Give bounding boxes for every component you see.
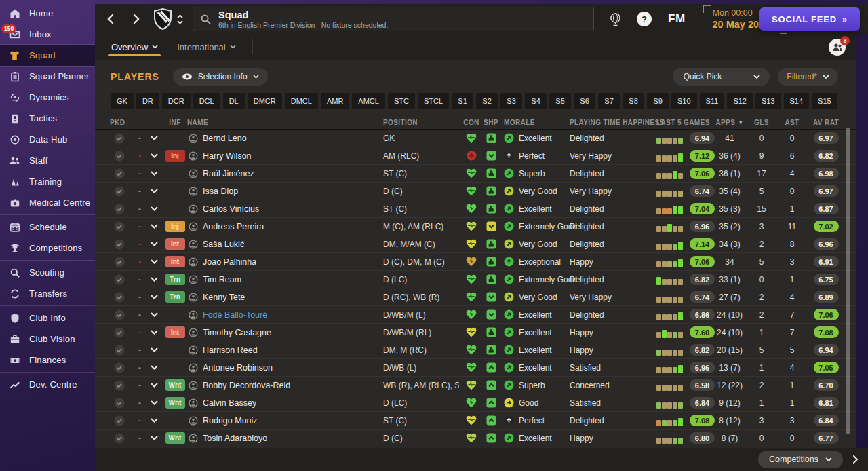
tab-international[interactable]: International [174,34,239,60]
position-filter-stcl[interactable]: STCL [418,93,449,109]
row-actions-dropdown[interactable] [145,330,163,335]
row-actions-dropdown[interactable] [145,365,163,370]
club-switcher[interactable] [177,14,183,24]
picked-checkbox[interactable] [104,257,134,267]
row-actions-dropdown[interactable] [145,418,163,423]
player-name-cell[interactable]: Rodrigo Muniz [187,416,383,426]
player-row[interactable]: -Raúl JiménezST (C)SuperbDelighted7.0636… [95,165,856,183]
picked-checkbox[interactable] [104,186,134,197]
competitions-dropdown[interactable]: Competitions [758,451,843,468]
player-row[interactable]: -Bernd LenoGKExcellentDelighted6.9441006… [95,130,856,147]
position-filter-s5[interactable]: S5 [549,93,571,109]
club-badge[interactable] [153,8,172,30]
position-filter-s7[interactable]: S7 [598,93,620,109]
sidebar-item-squad-planner[interactable]: Squad Planner [0,66,95,87]
col-name[interactable]: NAME [187,119,383,126]
position-filter-s2[interactable]: S2 [476,93,498,109]
row-actions-dropdown[interactable] [145,347,163,352]
player-name-cell[interactable]: Harry Wilson [187,151,383,161]
player-row[interactable]: -IntJoão PalhinhaD (C), DM, M (C)Excepti… [95,253,856,271]
position-filter-s15[interactable]: S15 [812,93,837,109]
row-actions-dropdown[interactable] [145,206,163,211]
row-actions-dropdown[interactable] [145,242,163,246]
position-filter-s10[interactable]: S10 [671,93,697,109]
position-filter-dr[interactable]: DR [136,93,159,109]
sidebar-item-dynamics[interactable]: Dynamics [0,87,95,108]
player-row[interactable]: -Rodrigo MunizST (C)PerfectDelighted7.08… [95,412,856,430]
position-filter-s6[interactable]: S6 [574,93,595,109]
sidebar-item-schedule[interactable]: Schedule [0,216,95,238]
row-actions-dropdown[interactable] [145,259,163,264]
position-filter-s14[interactable]: S14 [784,93,810,109]
player-name-cell[interactable]: Bernd Leno [187,134,383,143]
position-filter-s8[interactable]: S8 [623,93,644,109]
row-actions-dropdown[interactable] [145,312,163,317]
player-row[interactable]: -IntTimothy CastagneD/WB/M (RL)Excellent… [95,324,856,341]
sidebar-item-club-vision[interactable]: Club Vision [0,328,95,350]
col-shp[interactable]: SHP [484,119,498,126]
help-button[interactable]: ? [637,12,652,26]
player-row[interactable]: -WntCalvin BasseyD (LC)GoodSatisfied6.84… [95,394,856,412]
selection-info-dropdown[interactable]: Selection Info [173,68,268,86]
player-name-cell[interactable]: João Palhinha [187,257,383,267]
quick-pick-button[interactable]: Quick Pick [673,68,770,86]
quick-pick-dropdown[interactable] [744,68,770,86]
player-name-cell[interactable]: Harrison Reed [187,345,383,355]
next-panel-button[interactable] [852,455,859,464]
forward-button[interactable] [126,9,146,29]
row-actions-dropdown[interactable] [145,436,163,440]
sidebar-item-dev-centre[interactable]: Dev. Centre [0,374,95,395]
vertical-scrollbar[interactable] [846,128,850,434]
sidebar-item-home[interactable]: Home [0,3,95,24]
col-position[interactable]: POSITION [383,119,459,126]
row-actions-dropdown[interactable] [145,224,163,229]
col-con[interactable]: CON [459,119,484,126]
position-filter-s1[interactable]: S1 [452,93,473,109]
col-ast[interactable]: AST [778,119,806,126]
player-row[interactable]: -Issa DiopD (C)Very GoodVery Happy6.7435… [95,183,856,200]
picked-checkbox[interactable] [104,415,134,426]
player-name-cell[interactable]: Antonee Robinson [187,363,383,373]
position-filter-dl[interactable]: DL [223,93,245,109]
sidebar-item-competitions[interactable]: Competitions [0,238,95,259]
player-name-cell[interactable]: Kenny Tete [187,293,383,302]
col-inf[interactable]: INF [163,119,187,126]
player-name-cell[interactable]: Andreas Pereira [187,222,383,231]
player-row[interactable]: -Harrison ReedDM, M (RC)ExcellentHappy6.… [95,341,856,359]
picked-checkbox[interactable] [104,133,134,144]
col-playing-time-happiness[interactable]: PLAYING TIME HAPPINESS [570,119,656,126]
col-av-rat[interactable]: AV RAT [806,119,846,126]
position-filter-dcr[interactable]: DCR [162,93,191,109]
manager-avatar[interactable]: 3 [829,39,846,56]
player-row[interactable]: -Carlos ViníciusST (C)ExcellentDelighted… [95,200,856,218]
fm-menu-button[interactable]: FM [668,12,686,26]
position-filter-dmcl[interactable]: DMCL [285,93,318,109]
row-actions-dropdown[interactable] [145,189,163,193]
player-name-cell[interactable]: Fodé Ballo-Touré [187,310,383,320]
player-name-cell[interactable]: Timothy Castagne [187,328,383,337]
tab-overview[interactable]: Overview [108,34,161,60]
player-row[interactable]: -IntSaša LukićDM, M/AM (C)Very GoodDelig… [95,236,856,253]
position-filter-s9[interactable]: S9 [647,93,669,109]
row-actions-dropdown[interactable] [145,153,163,158]
picked-checkbox[interactable] [104,274,134,285]
filtered-dropdown[interactable]: Filtered* [778,68,838,86]
player-name-cell[interactable]: Calvin Bassey [187,398,383,408]
sidebar-item-finances[interactable]: Finances [0,350,95,371]
row-actions-dropdown[interactable] [145,277,163,282]
picked-checkbox[interactable] [104,362,134,373]
col-morale[interactable]: MORALE [498,119,570,126]
picked-checkbox[interactable] [104,292,134,303]
col-apps[interactable]: APPS▼ [715,119,745,126]
picked-checkbox[interactable] [104,380,134,391]
col-gls[interactable]: GLS [745,119,778,126]
row-actions-dropdown[interactable] [145,400,163,405]
picked-checkbox[interactable] [104,345,134,356]
player-row[interactable]: -Fodé Ballo-TouréD/WB/M (L)ExcellentDeli… [95,306,856,324]
sidebar-item-data-hub[interactable]: Data Hub [0,129,95,150]
position-filter-amr[interactable]: AMR [321,93,349,109]
picked-checkbox[interactable] [104,398,134,409]
row-actions-dropdown[interactable] [145,295,163,299]
sidebar-item-club-info[interactable]: Club Info [0,307,95,328]
picked-checkbox[interactable] [104,309,134,320]
